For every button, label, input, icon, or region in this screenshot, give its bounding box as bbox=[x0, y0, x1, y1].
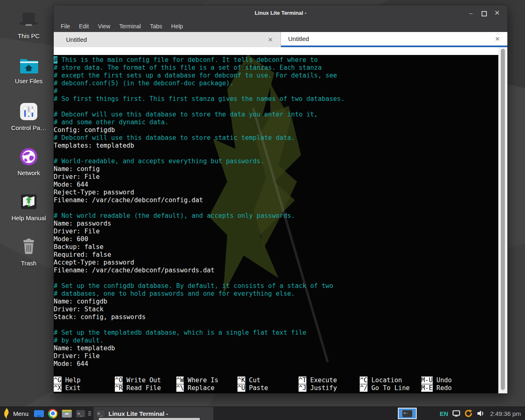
terminal-screen[interactable]: GNU nano 7.2 /etc/debconf.conf # This is… bbox=[54, 47, 507, 393]
terminal-line: Required: false bbox=[54, 251, 507, 259]
terminal-line bbox=[54, 274, 507, 282]
terminal-line: # store data. The format of this file is… bbox=[54, 64, 507, 72]
scrollbar-thumb[interactable] bbox=[501, 49, 505, 390]
terminal-line: # Not world readable (the default), and … bbox=[54, 212, 507, 220]
desktop-icon-user-files[interactable]: User Files bbox=[4, 57, 53, 84]
terminal-line bbox=[54, 204, 507, 212]
file-manager-icon bbox=[62, 410, 72, 418]
panel-separator bbox=[88, 407, 92, 420]
terminal-line: Driver: File bbox=[54, 352, 507, 360]
minimize-button[interactable]: – bbox=[465, 5, 477, 21]
nano-shortcut: ^C Location bbox=[360, 377, 421, 384]
terminal-window: Linux Lite Terminal - – ✕ File Edit View… bbox=[53, 5, 508, 393]
maximize-icon bbox=[482, 11, 487, 16]
language-indicator[interactable]: EN bbox=[440, 410, 448, 417]
terminal-line: # debconf.conf(5) (in the debconf-doc pa… bbox=[54, 80, 507, 87]
tab-close-icon[interactable]: ✕ bbox=[268, 36, 273, 43]
close-button[interactable]: ✕ bbox=[491, 5, 503, 21]
terminal-line: # bbox=[54, 87, 507, 95]
window-title: Linux Lite Terminal - bbox=[54, 5, 507, 21]
file-manager-launcher[interactable] bbox=[60, 407, 74, 420]
menubar: File Edit View Terminal Tabs Help bbox=[54, 21, 507, 32]
nano-shortcut: M-E Redo bbox=[421, 384, 482, 392]
show-desktop-launcher[interactable] bbox=[32, 407, 46, 420]
pc-icon bbox=[18, 11, 39, 30]
shortcut-key: ^K bbox=[237, 377, 245, 384]
terminal-line: Name: passwords bbox=[54, 220, 507, 228]
terminal-line: Name: templatedb bbox=[54, 345, 507, 352]
desktop-icon-control-panel[interactable]: Control Pa… bbox=[4, 102, 53, 131]
menu-item-edit[interactable]: Edit bbox=[75, 21, 94, 32]
terminal-line: Driver: File bbox=[54, 173, 507, 181]
shortcut-key: ^\ bbox=[176, 384, 184, 392]
tab-close-icon[interactable]: ✕ bbox=[495, 35, 500, 43]
menu-item-file[interactable]: File bbox=[56, 21, 75, 32]
menu-button[interactable]: Menu bbox=[0, 407, 32, 420]
chrome-launcher[interactable] bbox=[46, 407, 60, 420]
shortcut-key: ^U bbox=[237, 384, 245, 392]
tab-label: Untitled bbox=[288, 35, 309, 42]
terminal-line: Reject-Type: password bbox=[54, 189, 507, 196]
shortcut-key: ^O bbox=[115, 377, 123, 384]
terminal-line: Accept-Type: password bbox=[54, 259, 507, 267]
display-tray-icon[interactable] bbox=[452, 410, 460, 417]
terminal-line: # This is the main config file for debco… bbox=[54, 56, 507, 64]
tab-untitled-2[interactable]: Untitled ✕ bbox=[281, 32, 508, 47]
chrome-icon bbox=[48, 409, 57, 418]
terminal-line: # by default. bbox=[54, 337, 507, 345]
nano-shortcut: ^R Read File bbox=[115, 384, 176, 392]
nano-lines: # This is the main config file for debco… bbox=[54, 55, 507, 368]
desktop-icon-trash[interactable]: Trash bbox=[4, 237, 53, 267]
nano-shortcut-bar: ^G Help^O Write Out^W Where Is^K Cut^T E… bbox=[54, 377, 498, 392]
desktop-icon-this-pc[interactable]: This PC bbox=[4, 11, 53, 39]
menu-item-terminal[interactable]: Terminal bbox=[115, 21, 146, 32]
folder-home-icon bbox=[18, 57, 39, 75]
shortcut-key: ^X bbox=[54, 384, 62, 392]
desktop-icon-help-manual[interactable]: Help Manual bbox=[4, 192, 53, 221]
terminal-line: Name: configdb bbox=[54, 298, 507, 306]
shortcut-key: M-E bbox=[421, 384, 433, 392]
linux-lite-flame-icon bbox=[3, 408, 10, 419]
maximize-button[interactable] bbox=[478, 5, 490, 21]
shortcut-key: M-U bbox=[421, 377, 433, 384]
nano-shortcut: ^U Paste bbox=[237, 384, 299, 392]
text-cursor: # bbox=[54, 56, 57, 64]
terminal-line: Driver: Stack bbox=[54, 306, 507, 313]
terminal-icon: >_ bbox=[76, 410, 85, 418]
nano-shortcut: ^J Justify bbox=[299, 384, 360, 392]
menu-item-view[interactable]: View bbox=[94, 21, 115, 32]
desktop-icon-label: Network bbox=[4, 169, 53, 176]
titlebar[interactable]: Linux Lite Terminal - – ✕ bbox=[54, 5, 507, 21]
tab-label: Untitled bbox=[66, 36, 87, 43]
updates-tray-icon[interactable] bbox=[464, 409, 473, 418]
menu-item-help[interactable]: Help bbox=[167, 21, 187, 32]
desktop-icon-network[interactable]: Network bbox=[4, 147, 53, 176]
taskbar: Menu >_ >_ Linux Lite Terminal - >- EN bbox=[0, 406, 525, 420]
terminal-icon: >- bbox=[402, 410, 412, 417]
shortcut-key: ^J bbox=[299, 384, 306, 392]
shortcut-key: ^R bbox=[115, 384, 123, 392]
tab-bar: Untitled ✕ Untitled ✕ bbox=[54, 32, 507, 47]
blue-desktop-icon bbox=[34, 410, 44, 417]
terminal-line: Mode: 600 bbox=[54, 235, 507, 243]
scrollbar-track[interactable] bbox=[498, 47, 507, 393]
nano-shortcut: ^X Exit bbox=[54, 384, 115, 392]
terminal-line bbox=[54, 150, 507, 158]
tab-untitled-1[interactable]: Untitled ✕ bbox=[54, 32, 281, 47]
volume-tray-icon[interactable] bbox=[477, 410, 485, 417]
desktop-icon-label: Trash bbox=[4, 260, 53, 267]
desktop-icon-label: User Files bbox=[4, 78, 53, 84]
shortcut-key: ^W bbox=[176, 377, 184, 384]
shortcut-key: ^/ bbox=[360, 384, 368, 392]
nano-titlebar: GNU nano 7.2 /etc/debconf.conf bbox=[54, 47, 498, 55]
menu-item-tabs[interactable]: Tabs bbox=[146, 21, 167, 32]
terminal-line: Backup: false bbox=[54, 243, 507, 251]
terminal-line: Mode: 644 bbox=[54, 360, 507, 368]
tray-terminal-button[interactable]: >- bbox=[398, 408, 417, 419]
nano-shortcut: ^\ Replace bbox=[176, 384, 237, 392]
terminal-line bbox=[54, 321, 507, 329]
terminal-launcher[interactable]: >_ bbox=[74, 407, 88, 420]
nano-shortcut: ^W Where Is bbox=[176, 377, 237, 384]
clock[interactable]: 2:49:36 pm bbox=[490, 410, 521, 417]
menu-button-label: Menu bbox=[13, 410, 29, 417]
